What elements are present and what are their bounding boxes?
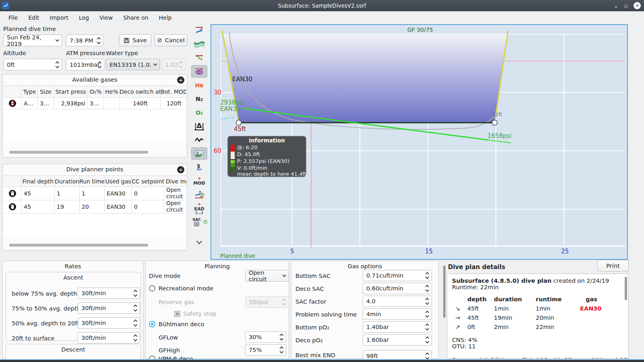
add-gas-button[interactable]: + xyxy=(177,76,184,84)
planner-points-table: Final depth Duration Run time Used gas C… xyxy=(3,175,186,236)
available-gases-panel: Available gases + Type Size Start press … xyxy=(2,74,187,158)
pp-cc-setpoint[interactable]: 0 xyxy=(132,187,164,200)
sac-factor-spinbox[interactable]: 4.0 xyxy=(363,296,432,307)
rate-50to20ft-spinbox[interactable]: 30ft/min xyxy=(78,317,140,329)
helium-graph-icon[interactable]: He xyxy=(191,79,207,91)
gas-type[interactable]: A… xyxy=(22,98,38,109)
gf-label: GF 30/75 xyxy=(407,27,433,33)
nitrogen-graph-icon[interactable]: N₂ xyxy=(191,93,207,105)
menu-view[interactable]: View xyxy=(94,12,118,23)
information-tooltip: Information @: 6:20 D: 45.0ft P: 2,557ps… xyxy=(227,136,306,177)
altitude-spinbox[interactable]: 0ft xyxy=(3,59,62,70)
gas-change-icon[interactable] xyxy=(191,65,207,78)
segment-arrow-icon: → xyxy=(455,315,467,321)
tissue-delta-icon[interactable]: |Δ| xyxy=(191,120,207,132)
menu-edit[interactable]: Edit xyxy=(23,12,44,23)
pp-run-time[interactable]: 20 xyxy=(80,200,105,213)
gfhigh-spinbox[interactable]: 75% xyxy=(245,344,286,356)
gas-size[interactable]: 3… xyxy=(38,98,54,109)
pp-dive-mode[interactable]: Open circuit xyxy=(164,187,186,200)
heartrate-icon[interactable] xyxy=(191,134,207,146)
sac-icon[interactable]: SAC xyxy=(191,216,207,228)
deco-runtime-icon[interactable] xyxy=(191,188,207,201)
pp-cc-setpoint[interactable]: 0 xyxy=(132,200,164,213)
save-button[interactable]: Save xyxy=(119,34,151,46)
print-button[interactable]: Print xyxy=(597,260,629,272)
cancel-button[interactable]: ⊘ Cancel xyxy=(155,34,187,46)
gas-start-press[interactable]: 2,938psi xyxy=(54,98,88,109)
dive-mode-combobox[interactable]: Open circuit xyxy=(245,270,289,282)
rates-title: Rates xyxy=(3,261,143,269)
dive-profile-icon[interactable] xyxy=(191,24,207,37)
remove-gas-cylinder-icon[interactable] xyxy=(8,99,17,107)
cancel-icon: ⊘ xyxy=(157,37,162,44)
pp-final-depth[interactable]: 45 xyxy=(22,187,55,200)
safety-stop-label: Safety stop xyxy=(183,311,216,317)
menu-log[interactable]: Log xyxy=(74,12,94,23)
menu-help[interactable]: Help xyxy=(154,12,177,23)
profile-handle-start[interactable] xyxy=(236,120,242,125)
rate-20ft-surface-spinbox[interactable]: 30ft/min xyxy=(78,332,140,343)
segment-arrow-icon: ↘ xyxy=(455,305,467,312)
gas-options-panel: Gas options Bottom SAC 0.71cuft/min Deco… xyxy=(291,261,439,359)
rate-label: 20ft to surface xyxy=(12,335,54,341)
minimize-icon[interactable]: ⌄ xyxy=(614,3,618,9)
planner-points-hscrollbar[interactable] xyxy=(9,244,148,247)
maximize-icon[interactable]: ◇ xyxy=(624,3,628,9)
depth-area-fill xyxy=(222,34,508,123)
gases-hscrollbar[interactable] xyxy=(9,151,148,154)
menu-share-on[interactable]: Share on xyxy=(118,12,153,23)
bottom-po2-spinbox[interactable]: 1.40bar xyxy=(363,321,432,333)
gas-bot-mod[interactable]: 120ft xyxy=(161,98,186,109)
details-vscrollbar[interactable] xyxy=(443,265,446,318)
gas-pressure-line-end xyxy=(488,140,511,143)
add-point-button[interactable]: + xyxy=(177,166,184,173)
profile-handle-end[interactable] xyxy=(492,120,497,125)
pp-used-gas[interactable]: EAN30 xyxy=(105,187,132,200)
rate-75to50-spinbox[interactable]: 30ft/min xyxy=(78,302,140,314)
ead-icon[interactable]: +EAD(...) xyxy=(191,202,207,214)
oxygen-graph-icon[interactable]: O₂ xyxy=(191,106,207,119)
deco-po2-spinbox[interactable]: 1.60bar xyxy=(363,334,432,346)
pp-dive-mode[interactable]: Open circuit xyxy=(164,200,186,213)
gflow-label: GFLow xyxy=(159,334,178,341)
gas-he[interactable] xyxy=(104,98,120,109)
best-mix-end-label: Best mix END xyxy=(295,352,335,358)
profile-toolbar: He N₂ O₂ |Δ| +MOD +EAD(...) SAC xyxy=(190,24,208,249)
ceiling-icon[interactable] xyxy=(191,51,207,64)
pp-run-time[interactable]: 1 xyxy=(80,187,105,200)
atm-pressure-spinbox[interactable]: 1013mbar xyxy=(66,59,104,70)
descent-title: Descent xyxy=(6,344,140,353)
water-type-combobox[interactable]: EN13319 (1.02k xyxy=(106,59,160,70)
photos-icon[interactable] xyxy=(191,147,207,160)
buhlmann-deco-radio[interactable] xyxy=(149,321,155,327)
subsurface-window: Subsurface: SampleDivesV2.ssrf ⌄ ◇ ✕ Fil… xyxy=(0,0,644,362)
tags-icon[interactable] xyxy=(191,161,207,173)
plan-cns: CNS: 4% xyxy=(452,337,623,343)
menu-import[interactable]: Import xyxy=(45,12,74,23)
menu-file[interactable]: File xyxy=(3,12,23,23)
gas-o2[interactable]: 3… xyxy=(88,98,104,109)
bottom-sac-label: Bottom SAC xyxy=(295,273,330,279)
dive-date-combobox[interactable]: Sun Feb 24, 2019 xyxy=(3,35,62,46)
bottom-sac-spinbox[interactable]: 0.71cuft/min xyxy=(363,270,432,281)
delete-point-icon[interactable] xyxy=(8,189,17,197)
problem-solving-time-spinbox[interactable]: 4min xyxy=(363,309,432,320)
rate-below75-spinbox[interactable]: 30ft/min xyxy=(78,288,140,299)
close-icon[interactable]: ✕ xyxy=(634,2,641,9)
toolbar-scroll-down-icon[interactable] xyxy=(191,236,207,248)
waves-icon[interactable] xyxy=(191,38,207,50)
dive-time-spinbox[interactable]: 7:38 PM xyxy=(66,35,103,46)
gas-deco-switch[interactable]: 140ft xyxy=(120,98,161,109)
mod-icon[interactable]: +MOD xyxy=(191,175,207,187)
pp-duration[interactable]: 19 xyxy=(55,200,80,213)
deco-sac-spinbox[interactable]: 0.60cuft/min xyxy=(363,283,432,294)
plan-text-vscrollbar[interactable] xyxy=(625,277,627,300)
delete-point-icon[interactable] xyxy=(8,203,17,211)
pp-duration[interactable]: 1 xyxy=(55,187,80,200)
recreational-mode-radio[interactable] xyxy=(149,285,155,292)
gflow-spinbox[interactable]: 30% xyxy=(245,331,286,343)
pp-final-depth[interactable]: 45 xyxy=(22,200,55,213)
pp-used-gas[interactable]: EAN30 xyxy=(105,200,132,213)
tooltip-mean-depth: mean depth to here 41.4ft xyxy=(237,171,306,177)
